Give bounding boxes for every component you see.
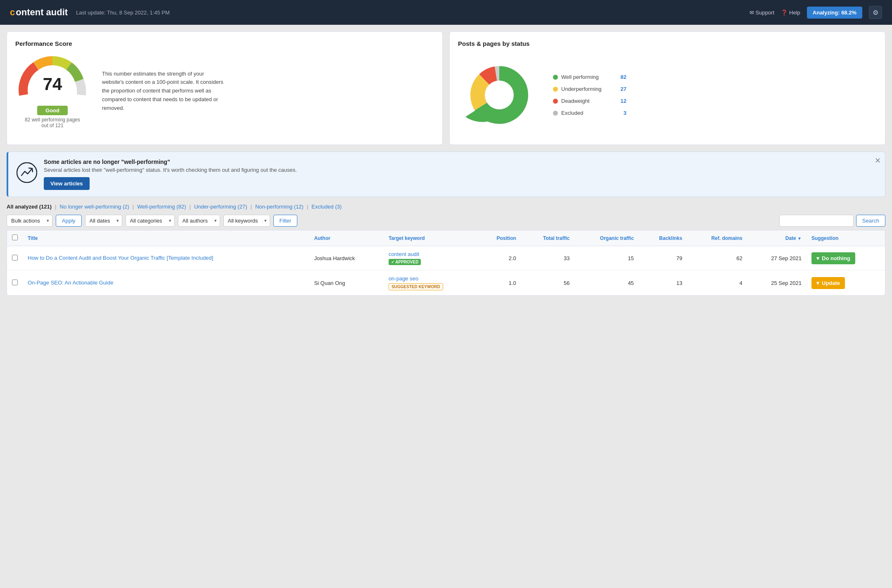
tab-non-performing[interactable]: Non-performing (12) <box>255 204 304 210</box>
row1-backlinks-cell: 79 <box>639 246 687 270</box>
chevron-down-icon: ▾ <box>816 280 819 286</box>
row1-position: 2.0 <box>509 255 516 261</box>
col-date-header[interactable]: Date ▼ <box>747 230 807 246</box>
row2-date: 25 Sep 2021 <box>771 280 802 286</box>
alert-close-button[interactable]: ✕ <box>875 156 881 165</box>
row1-approved-badge: ✓ APPROVED <box>389 259 421 265</box>
deadweight-count: 12 <box>614 98 626 104</box>
col-checkbox <box>7 230 23 246</box>
row2-organic-traffic-cell: 45 <box>574 270 638 296</box>
row2-suggestion-label: Update <box>822 280 840 286</box>
cards-row: Performance Score <box>7 31 885 145</box>
bulk-actions-wrap: Bulk actions <box>7 215 52 227</box>
col-total-traffic-header[interactable]: Total traffic <box>521 230 575 246</box>
alert-text: Some articles are no longer "well-perfor… <box>44 159 877 190</box>
row1-title-cell: How to Do a Content Audit and Boost Your… <box>23 246 309 270</box>
view-articles-button[interactable]: View articles <box>44 177 90 190</box>
all-keywords-select[interactable]: All keywords <box>223 215 270 227</box>
support-link[interactable]: ✉ Support <box>750 9 775 16</box>
deadweight-label: Deadweight <box>561 98 611 104</box>
col-position-header[interactable]: Position <box>478 230 521 246</box>
tab-all-analyzed[interactable]: All analyzed (121) <box>7 204 52 210</box>
row2-title-link[interactable]: On-Page SEO: An Actionable Guide <box>28 280 113 286</box>
row1-keyword-link[interactable]: content audit <box>389 251 419 257</box>
app-logo: content audit <box>10 7 68 18</box>
col-backlinks-header[interactable]: Backlinks <box>639 230 687 246</box>
tab-under-performing[interactable]: Under-performing (27) <box>194 204 247 210</box>
row1-organic-traffic-cell: 15 <box>574 246 638 270</box>
table-row: On-Page SEO: An Actionable Guide Si Quan… <box>7 270 885 296</box>
all-keywords-wrap: All keywords <box>223 215 270 227</box>
row2-title-cell: On-Page SEO: An Actionable Guide <box>23 270 309 296</box>
col-title-header[interactable]: Title <box>23 230 309 246</box>
row1-ref-domains: 62 <box>736 255 742 261</box>
col-author-header[interactable]: Author <box>309 230 384 246</box>
row1-ref-domains-cell: 62 <box>687 246 747 270</box>
well-performing-dot <box>553 75 558 80</box>
logo-text: ontent audit <box>16 7 68 18</box>
performance-score-card: Performance Score <box>7 31 443 145</box>
row1-backlinks: 79 <box>676 255 682 261</box>
alert-title: Some articles are no longer "well-perfor… <box>44 159 877 165</box>
settings-button[interactable]: ⚙ <box>869 6 882 19</box>
bulk-actions-select[interactable]: Bulk actions <box>7 215 52 227</box>
envelope-icon: ✉ <box>750 9 754 16</box>
chevron-down-icon: ▾ <box>816 255 819 261</box>
underperforming-dot <box>553 87 558 92</box>
underperforming-label: Underperforming <box>561 86 611 92</box>
logo-c: c <box>10 7 15 18</box>
filter-button[interactable]: Filter <box>273 215 298 227</box>
row2-date-cell: 25 Sep 2021 <box>747 270 807 296</box>
tab-excluded[interactable]: Excluded (3) <box>311 204 342 210</box>
row1-date-cell: 27 Sep 2021 <box>747 246 807 270</box>
controls-row: Bulk actions Apply All dates All categor… <box>7 215 885 227</box>
help-link[interactable]: ❓ Help <box>781 9 800 16</box>
row1-do-nothing-button[interactable]: ▾ Do nothing <box>811 252 855 264</box>
row1-author-cell: Joshua Hardwick <box>309 246 384 270</box>
table-row: How to Do a Content Audit and Boost Your… <box>7 246 885 270</box>
all-authors-select[interactable]: All authors <box>178 215 220 227</box>
row2-backlinks-cell: 13 <box>639 270 687 296</box>
posts-pages-title: Posts & pages by status <box>458 40 877 47</box>
last-update-text: Last update: Thu, 8 Sep 2022, 1:45 PM <box>76 9 749 16</box>
donut-chart-container <box>458 54 541 136</box>
row1-suggestion-cell: ▾ Do nothing <box>807 246 885 270</box>
underperforming-count: 27 <box>614 86 626 92</box>
all-dates-select[interactable]: All dates <box>85 215 122 227</box>
row1-checkbox[interactable] <box>12 255 18 261</box>
apply-button[interactable]: Apply <box>56 215 82 227</box>
col-keyword-header[interactable]: Target keyword <box>384 230 478 246</box>
all-categories-select[interactable]: All categories <box>126 215 175 227</box>
good-badge: Good <box>37 106 68 115</box>
row2-checkbox[interactable] <box>12 280 18 285</box>
row2-update-button[interactable]: ▾ Update <box>811 277 845 289</box>
tab-well-performing[interactable]: Well-performing (82) <box>137 204 186 210</box>
alert-description: Several articles lost their "well-perfor… <box>44 167 877 173</box>
select-all-checkbox[interactable] <box>12 235 18 240</box>
question-icon: ❓ <box>781 9 788 16</box>
row1-title-link[interactable]: How to Do a Content Audit and Boost Your… <box>28 255 213 261</box>
row2-author-cell: Si Quan Ong <box>309 270 384 296</box>
col-ref-domains-header[interactable]: Ref. domains <box>687 230 747 246</box>
row1-total-traffic: 33 <box>564 255 569 261</box>
performance-subtitle: 82 well performing pagesout of 121 <box>25 117 80 128</box>
search-input[interactable] <box>779 215 854 227</box>
row2-total-traffic-cell: 56 <box>521 270 575 296</box>
posts-pages-content: Well performing 82 Underperforming 27 De… <box>458 54 877 136</box>
col-suggestion-header[interactable]: Suggestion <box>807 230 885 246</box>
app-header: content audit Last update: Thu, 8 Sep 20… <box>0 0 892 25</box>
row2-organic-traffic: 45 <box>628 280 633 286</box>
col-organic-traffic-header[interactable]: Organic traffic <box>574 230 638 246</box>
row2-ref-domains-cell: 4 <box>687 270 747 296</box>
date-sort-icon: ▼ <box>797 236 802 241</box>
trending-down-icon <box>17 162 37 183</box>
analyzing-button[interactable]: Analyzing: 68.2% <box>807 7 862 19</box>
row2-ref-domains: 4 <box>740 280 743 286</box>
row2-keyword-link[interactable]: on-page seo <box>389 275 418 282</box>
gauge-chart: 74 <box>15 54 90 103</box>
search-button[interactable]: Search <box>856 215 885 227</box>
search-wrap: Search <box>779 215 885 227</box>
row2-keyword-cell: on-page seo SUGGESTED KEYWORD <box>384 270 478 296</box>
tab-no-longer-well-performing[interactable]: No longer well-performing (2) <box>60 204 129 210</box>
svg-point-1 <box>485 81 514 109</box>
